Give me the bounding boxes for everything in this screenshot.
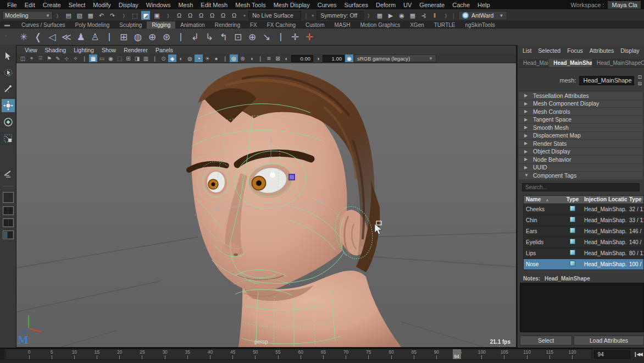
geodesic-voxel-bind-icon[interactable]: ⊕ bbox=[145, 30, 159, 44]
component-tag-search-input[interactable] bbox=[522, 183, 640, 191]
sep-icon[interactable]: | bbox=[174, 30, 188, 44]
wireframe-mode-icon[interactable]: ⊙ bbox=[159, 54, 168, 62]
notes-textarea[interactable] bbox=[520, 283, 644, 333]
panel-menu-item[interactable]: Lighting bbox=[70, 47, 98, 53]
reroot-skeleton-icon[interactable]: ≪ bbox=[59, 30, 74, 44]
shelf-tab[interactable]: FX Caching bbox=[262, 21, 301, 29]
table-row[interactable]: Cheeks Head_MainShap... 32 / 114 bbox=[524, 204, 643, 215]
occlusion-icon[interactable]: ◎ bbox=[230, 54, 238, 62]
orient-constraint-icon[interactable]: ↰ bbox=[216, 30, 231, 44]
shelf-tab[interactable]: TURTLE bbox=[429, 21, 460, 29]
paint-select-tool[interactable] bbox=[2, 82, 15, 96]
grid-toggle-icon[interactable]: ▦ bbox=[89, 54, 97, 62]
panel-menu-item[interactable]: View bbox=[21, 47, 41, 53]
divider-icon[interactable]: ❘ bbox=[80, 54, 88, 62]
bookmark-icon[interactable]: ⚑ bbox=[45, 54, 53, 62]
attribute-section-collapsed[interactable]: ▶ Mesh Controls bbox=[519, 108, 643, 116]
snap-plane-icon[interactable]: Ω bbox=[208, 11, 216, 20]
colorspace-selector[interactable]: sRGB gamma (legacy) ▼ bbox=[354, 54, 436, 62]
motion-path-icon[interactable]: ↘ bbox=[259, 30, 274, 44]
snap-grid-icon[interactable]: Ω bbox=[175, 11, 184, 20]
textured-icon[interactable]: ◔ bbox=[195, 54, 203, 62]
attribute-section-collapsed[interactable]: ▶ Displacement Map bbox=[519, 132, 643, 140]
table-row[interactable]: Lips Head_MainShap... 80 / 114 bbox=[524, 248, 643, 258]
divider-icon[interactable]: ❘ bbox=[256, 54, 264, 62]
render-settings-icon[interactable]: ▦ bbox=[408, 11, 417, 20]
divider-icon[interactable]: ❘ bbox=[151, 54, 159, 62]
attribute-tab[interactable]: Head_MainShapeOrig1 bbox=[592, 59, 644, 67]
skeleton-figure-icon[interactable]: ♙ bbox=[88, 30, 102, 44]
move-tool[interactable] bbox=[2, 99, 15, 112]
panel-menu-item[interactable]: Renderer bbox=[120, 47, 152, 53]
menu-item[interactable]: Create bbox=[39, 1, 65, 9]
snap-point-icon[interactable]: Ω bbox=[197, 11, 206, 20]
symmetry-field[interactable]: Symmetry: Off bbox=[317, 11, 364, 20]
save-scene-icon[interactable]: ▦ bbox=[86, 11, 95, 20]
snap-live-icon[interactable]: Ω bbox=[230, 11, 238, 20]
safe-action-icon[interactable]: ◨ bbox=[133, 54, 141, 62]
attribute-section-collapsed[interactable]: ▶ Object Display bbox=[519, 148, 643, 156]
ipr-render-icon[interactable]: ▶ bbox=[386, 11, 395, 20]
mesh-name-field[interactable]: Head_MainShape bbox=[579, 76, 634, 85]
menu-set-selector[interactable]: Modeling ▼ bbox=[2, 11, 53, 20]
oversampling-icon[interactable]: ⟡ bbox=[71, 54, 80, 62]
rotate-tool[interactable] bbox=[2, 116, 15, 129]
menu-item[interactable]: Mesh Display bbox=[270, 1, 314, 9]
new-scene-icon[interactable]: ▤ bbox=[64, 11, 73, 20]
menu-item[interactable]: Surfaces bbox=[341, 1, 372, 9]
pause-icon[interactable]: ‖ bbox=[430, 11, 439, 20]
go-to-start-icon[interactable]: ❙◀◀ bbox=[634, 351, 642, 357]
timeline-playhead[interactable]: 94 bbox=[453, 349, 461, 359]
select-hierarchy-icon[interactable]: ⬚ bbox=[130, 11, 139, 20]
load-attributes-button[interactable]: Load Attributes bbox=[574, 336, 644, 345]
shelf-tab[interactable]: MASH bbox=[329, 21, 355, 29]
table-row[interactable]: Eyelids Head_MainShap... 140 / 11 bbox=[524, 237, 643, 248]
menu-item[interactable]: Deform bbox=[372, 1, 399, 9]
menu-item[interactable]: UV bbox=[399, 1, 415, 9]
xray-icon[interactable]: ⊠ bbox=[274, 54, 282, 62]
chevron-down-icon[interactable]: ▾ bbox=[310, 13, 315, 18]
menu-item[interactable]: Edit Mesh bbox=[197, 1, 231, 9]
table-row[interactable]: Nose Head_MainShap... 100 / 11 bbox=[524, 258, 643, 270]
ik-spline-handle-tool-icon[interactable]: ◁ bbox=[45, 30, 59, 44]
menu-item[interactable]: Display bbox=[115, 1, 142, 9]
timeline-grip[interactable] bbox=[0, 349, 5, 360]
gamma-field[interactable]: 1.00 bbox=[323, 55, 345, 62]
color-managed-icon[interactable]: ◉ bbox=[345, 54, 353, 62]
table-row[interactable]: Ears Head_MainShap... 146 / 11 bbox=[524, 226, 643, 237]
gate-mask-icon[interactable]: ⬚ bbox=[115, 54, 124, 62]
layout-single-pane-button[interactable] bbox=[3, 192, 14, 203]
shelf-menu-icon[interactable]: ▬ bbox=[4, 21, 10, 28]
lasso-select-tool[interactable] bbox=[2, 66, 15, 79]
shelf-item-menu-icon[interactable]: ◦ bbox=[5, 33, 7, 38]
shelf-tab[interactable]: Animation bbox=[175, 21, 209, 29]
shelf-tab[interactable]: Sculpting bbox=[114, 21, 147, 29]
point-constraint-icon[interactable]: ↳ bbox=[202, 30, 216, 44]
shelf-tab[interactable]: Curves / Surfaces bbox=[16, 21, 70, 29]
panel-menu-item[interactable]: Show bbox=[98, 47, 120, 53]
exposure-field[interactable]: 0.00 bbox=[291, 55, 313, 62]
gamma-icon[interactable]: ◑ bbox=[314, 54, 322, 62]
attribute-section-collapsed[interactable]: ▶ Node Behavior bbox=[519, 156, 643, 163]
shelf-tab[interactable]: Custom bbox=[301, 21, 329, 29]
menu-item[interactable]: Modify bbox=[89, 1, 114, 9]
menu-item[interactable]: Mesh bbox=[174, 1, 197, 9]
sep-icon[interactable]: | bbox=[274, 30, 288, 44]
use-lights-icon[interactable]: ☀ bbox=[203, 54, 212, 62]
shelf-tab[interactable]: Poly Modeling bbox=[70, 21, 114, 29]
panel-menu-item[interactable]: Panels bbox=[152, 47, 177, 53]
presets-icon[interactable]: ⊟ bbox=[637, 81, 642, 86]
group-collapse-icon[interactable]: ❭ bbox=[54, 13, 60, 18]
attribute-section-collapsed[interactable]: ▶ UUID bbox=[519, 164, 643, 172]
bind-skin-icon[interactable]: ◍ bbox=[131, 30, 145, 44]
parent-constraint-icon[interactable]: ↲ bbox=[188, 30, 202, 44]
open-scene-icon[interactable]: ▧ bbox=[75, 11, 84, 20]
attribute-section-expanded[interactable]: ▼ Component Tags bbox=[519, 172, 643, 179]
attribute-section-collapsed[interactable]: ▶ Smooth Mesh bbox=[519, 124, 643, 131]
chevron-down-icon[interactable]: ▾ bbox=[242, 13, 247, 18]
snap-curve-icon[interactable]: Ω bbox=[186, 11, 195, 20]
layout-two-pane-button[interactable] bbox=[3, 218, 14, 227]
safe-title-icon[interactable]: ▥ bbox=[142, 54, 150, 62]
2d-pan-zoom-icon[interactable]: ⊹ bbox=[63, 54, 71, 62]
menu-item[interactable]: Mesh Tools bbox=[231, 1, 269, 9]
